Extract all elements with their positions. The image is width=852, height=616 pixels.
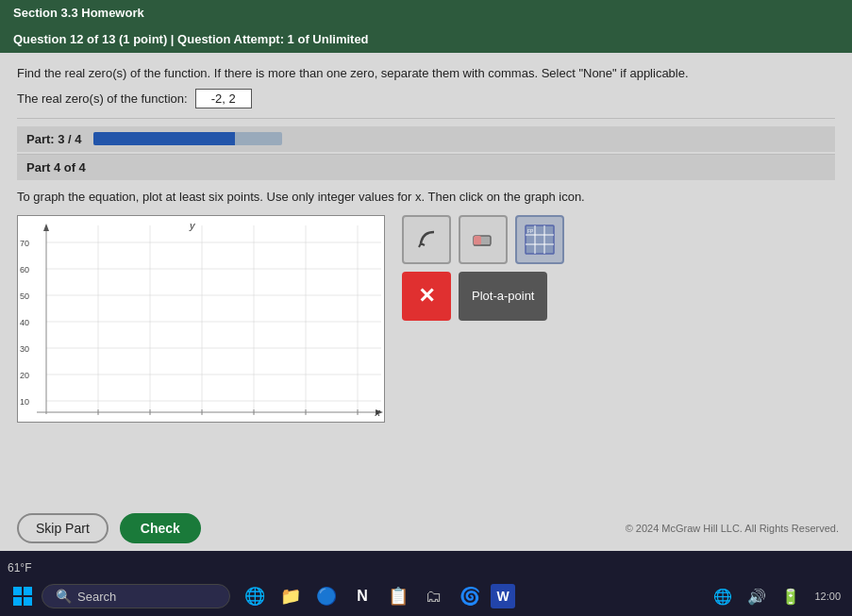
svg-rect-42 — [24, 597, 32, 606]
taskbar-icons: 🌐 📁 🔵 N 📋 🗂 🌀 W — [240, 581, 515, 611]
windows-start-btn[interactable] — [8, 581, 38, 611]
app4-icon[interactable]: W — [491, 584, 515, 608]
eraser-icon — [470, 226, 496, 253]
question-text: Find the real zero(s) of the function. I… — [17, 64, 835, 83]
svg-rect-31 — [474, 236, 481, 245]
y-label: y — [190, 220, 195, 231]
bottom-actions: Skip Part Check © 2024 McGraw Hill LLC. … — [0, 506, 852, 551]
temperature-text: 61°F — [8, 561, 31, 574]
taskbar-search[interactable]: 🔍 Search — [42, 584, 230, 608]
skip-part-btn[interactable]: Skip Part — [17, 513, 109, 543]
part4-label: Part 4 of 4 — [17, 154, 835, 180]
part4-text: Part 4 of 4 — [26, 160, 86, 175]
svg-text:30: 30 — [20, 344, 29, 354]
svg-text:10: 10 — [20, 397, 29, 407]
question-header: Question 12 of 13 (1 point) | Question A… — [0, 25, 852, 53]
answer-line: The real zero(s) of the function: -2, 2 — [17, 89, 835, 108]
clear-btn[interactable]: ✕ — [402, 272, 451, 321]
svg-rect-41 — [13, 597, 22, 606]
graph-section: y x — [17, 215, 835, 423]
windows-icon — [12, 586, 33, 607]
clock-icon: 12:00 — [810, 582, 844, 610]
part3-label: Part: 3 / 4 — [26, 132, 82, 146]
check-label: Check — [141, 521, 180, 536]
svg-text:70: 70 — [20, 239, 29, 248]
svg-text:40: 40 — [20, 318, 29, 327]
graph-grid-svg: 70 60 50 40 30 20 10 — [18, 216, 384, 422]
svg-rect-40 — [24, 587, 32, 595]
word-icon[interactable]: N — [347, 581, 377, 611]
svg-rect-39 — [13, 587, 22, 595]
taskbar: 🔍 Search 🌐 📁 🔵 N 📋 🗂 🌀 W 🌐 🔊 🔋 12:00 — [0, 576, 852, 616]
content-area: Find the real zero(s) of the function. I… — [0, 53, 852, 506]
svg-text:60: 60 — [20, 265, 29, 275]
svg-text:20: 20 — [20, 371, 29, 380]
x-label: x — [376, 407, 381, 418]
app3-icon[interactable]: 🌀 — [455, 581, 485, 611]
svg-text:50: 50 — [20, 291, 29, 301]
top-bar: Section 3.3 Homework — [0, 0, 852, 25]
progress-bar-fill — [93, 132, 235, 145]
tools-row-2: ✕ Plot-a-point — [402, 272, 564, 321]
tools-panel: FP ✕ Plot-a-point — [402, 215, 564, 321]
progress-bar-container — [93, 132, 282, 145]
curve-tool-btn[interactable] — [402, 215, 451, 264]
file-icon[interactable]: 📋 — [383, 581, 413, 611]
taskbar-right: 🌐 🔊 🔋 12:00 — [709, 582, 844, 610]
question-header-text: Question 12 of 13 (1 point) | Question A… — [13, 32, 369, 46]
eraser-tool-btn[interactable] — [459, 215, 508, 264]
skip-label: Skip Part — [36, 521, 90, 536]
top-bar-title: Section 3.3 Homework — [13, 6, 144, 20]
app2-icon[interactable]: 🗂 — [419, 581, 449, 611]
weather-temp: 61°F — [8, 561, 31, 574]
battery-icon[interactable]: 🔋 — [777, 582, 805, 610]
copyright-text: © 2024 McGraw Hill LLC. All Rights Reser… — [626, 523, 839, 534]
tools-row-1: FP — [402, 215, 564, 264]
svg-marker-15 — [43, 224, 49, 231]
graph-icon-btn[interactable]: FP — [515, 215, 564, 264]
answer-value: -2, 2 — [195, 89, 252, 108]
part3-bar: Part: 3 / 4 — [17, 126, 835, 152]
plot-point-btn[interactable]: Plot-a-point — [459, 272, 547, 321]
search-text: Search — [77, 590, 116, 604]
folder-icon[interactable]: 📁 — [276, 581, 306, 611]
network-icon[interactable]: 🌐 — [709, 582, 737, 610]
search-icon: 🔍 — [56, 589, 72, 604]
app1-icon[interactable]: 🔵 — [311, 581, 342, 611]
curve-icon — [413, 226, 440, 253]
svg-text:FP: FP — [527, 228, 534, 234]
volume-icon[interactable]: 🔊 — [743, 582, 771, 610]
browser-icon[interactable]: 🌐 — [240, 581, 270, 611]
graph-area[interactable]: y x — [17, 215, 385, 423]
check-btn[interactable]: Check — [120, 513, 201, 543]
graph-grid-icon: FP — [523, 223, 557, 257]
x-btn-label: ✕ — [418, 284, 435, 308]
plot-point-label: Plot-a-point — [472, 289, 534, 303]
divider-1 — [17, 118, 835, 119]
graph-instruction: To graph the equation, plot at least six… — [17, 190, 835, 204]
answer-prefix: The real zero(s) of the function: — [17, 92, 188, 106]
